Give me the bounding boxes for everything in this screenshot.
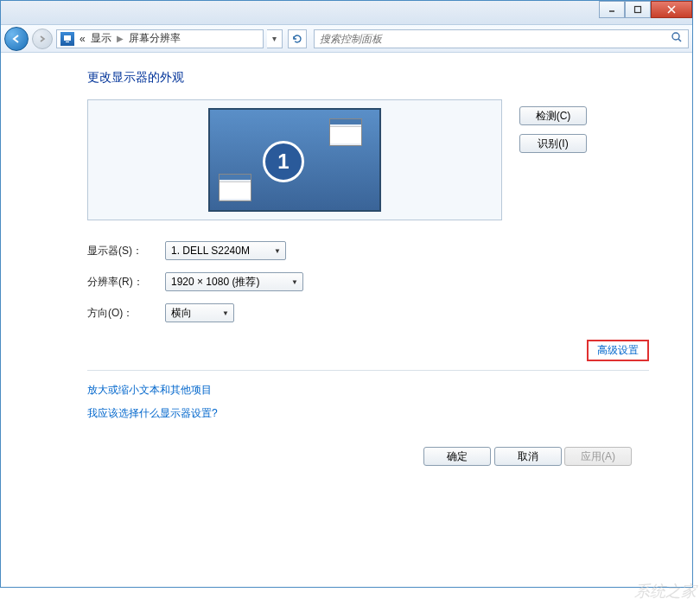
ok-button[interactable]: 确定: [423, 447, 491, 466]
text-size-link[interactable]: 放大或缩小文本和其他项目: [87, 383, 649, 398]
svg-rect-5: [66, 41, 69, 42]
monitor-number: 1: [263, 141, 304, 182]
highlight-box: 高级设置: [587, 340, 649, 361]
window-controls: [599, 1, 692, 18]
minimize-button[interactable]: [599, 1, 625, 18]
monitor-icon: [60, 32, 74, 46]
resolution-value: 1920 × 1080 (推荐): [171, 275, 259, 290]
back-button[interactable]: [4, 27, 29, 51]
svg-rect-1: [635, 7, 641, 13]
identify-button[interactable]: 识别(I): [519, 134, 587, 153]
close-button[interactable]: [651, 1, 692, 18]
address-dropdown[interactable]: ▾: [267, 29, 283, 48]
cancel-button[interactable]: 取消: [494, 447, 562, 466]
divider: [87, 370, 649, 371]
search-input[interactable]: [320, 33, 671, 45]
navbar: « 显示 ▶ 屏幕分辨率 ▾: [1, 25, 692, 53]
search-box[interactable]: [314, 29, 689, 48]
detect-button[interactable]: 检测(C): [519, 106, 587, 125]
orientation-row: 方向(O)： 横向 ▼: [87, 303, 649, 322]
window-frame: « 显示 ▶ 屏幕分辨率 ▾ 更改显示器的外观 1: [0, 0, 693, 588]
monitor-thumb-icon: [219, 174, 251, 201]
breadcrumb-chevron: «: [80, 33, 86, 45]
svg-point-6: [672, 33, 679, 40]
advanced-settings-link[interactable]: 高级设置: [592, 341, 644, 360]
display-value: 1. DELL S2240M: [171, 245, 250, 257]
breadcrumb-level2[interactable]: 屏幕分辨率: [129, 31, 181, 46]
orientation-label: 方向(O)：: [87, 306, 165, 321]
forward-button[interactable]: [32, 29, 53, 49]
which-settings-link[interactable]: 我应该选择什么显示器设置?: [87, 406, 649, 421]
search-icon[interactable]: [671, 31, 683, 46]
display-label: 显示器(S)：: [87, 244, 165, 258]
page-title: 更改显示器的外观: [87, 70, 649, 86]
chevron-down-icon: ▼: [274, 247, 281, 255]
footer-buttons: 确定 取消 应用(A): [87, 447, 649, 466]
address-bar[interactable]: « 显示 ▶ 屏幕分辨率: [56, 29, 264, 48]
breadcrumb-level1[interactable]: 显示: [91, 31, 111, 46]
chevron-down-icon: ▼: [291, 278, 298, 286]
maximize-button[interactable]: [625, 1, 651, 18]
content-area: 更改显示器的外观 1 检测(C) 识别(I) 显示器(S)： 1. DELL S…: [1, 53, 692, 483]
resolution-label: 分辨率(R)：: [87, 275, 165, 290]
display-select[interactable]: 1. DELL S2240M ▼: [165, 241, 286, 260]
orientation-value: 横向: [171, 306, 192, 321]
monitor-scene: 1: [208, 108, 381, 212]
help-links: 放大或缩小文本和其他项目 我应该选择什么显示器设置?: [87, 383, 649, 421]
side-buttons: 检测(C) 识别(I): [519, 99, 587, 220]
monitor-thumb-icon: [329, 118, 362, 146]
display-preview[interactable]: 1: [87, 99, 502, 220]
breadcrumb-sep-icon: ▶: [117, 34, 124, 43]
resolution-row: 分辨率(R)： 1920 × 1080 (推荐) ▼: [87, 272, 649, 291]
resolution-select[interactable]: 1920 × 1080 (推荐) ▼: [165, 272, 303, 291]
display-row: 显示器(S)： 1. DELL S2240M ▼: [87, 241, 649, 260]
chevron-down-icon: ▼: [222, 309, 229, 317]
svg-rect-4: [64, 35, 71, 41]
preview-row: 1 检测(C) 识别(I): [87, 99, 649, 220]
refresh-button[interactable]: [288, 29, 307, 48]
primary-monitor-icon[interactable]: 1: [249, 127, 318, 196]
apply-button: 应用(A): [564, 447, 632, 466]
orientation-select[interactable]: 横向 ▼: [165, 303, 234, 322]
advanced-row: 高级设置: [87, 340, 649, 361]
svg-line-7: [678, 39, 681, 41]
titlebar: [1, 1, 692, 25]
